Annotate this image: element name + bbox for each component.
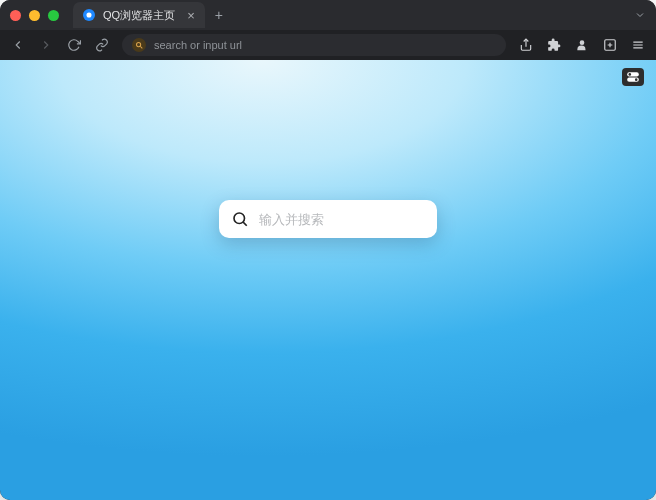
reload-icon[interactable]	[66, 37, 82, 53]
add-panel-icon[interactable]	[602, 37, 618, 53]
puzzle-icon[interactable]	[546, 37, 562, 53]
svg-point-14	[635, 78, 638, 81]
link-icon[interactable]	[94, 37, 110, 53]
titlebar: QQ浏览器主页 × +	[0, 0, 656, 30]
address-bar[interactable]: search or input url	[122, 34, 506, 56]
svg-line-2	[140, 46, 142, 48]
back-icon[interactable]	[10, 37, 26, 53]
toolbar: search or input url	[0, 30, 656, 60]
address-bar-placeholder: search or input url	[154, 39, 242, 51]
close-tab-icon[interactable]: ×	[187, 9, 195, 22]
tab-strip: QQ浏览器主页 × +	[73, 2, 646, 28]
tab-title: QQ浏览器主页	[103, 8, 175, 23]
browser-window: QQ浏览器主页 × + search or input url	[0, 0, 656, 500]
page-content	[0, 60, 656, 500]
browser-tab[interactable]: QQ浏览器主页 ×	[73, 2, 205, 28]
close-window-button[interactable]	[10, 10, 21, 21]
page-settings-button[interactable]	[622, 68, 644, 86]
menu-icon[interactable]	[630, 37, 646, 53]
svg-point-1	[137, 43, 141, 47]
svg-point-0	[86, 12, 91, 17]
maximize-window-button[interactable]	[48, 10, 59, 21]
user-icon[interactable]	[574, 37, 590, 53]
window-controls	[10, 10, 59, 21]
forward-icon[interactable]	[38, 37, 54, 53]
chevron-down-icon[interactable]	[634, 9, 646, 21]
share-icon[interactable]	[518, 37, 534, 53]
toolbar-right	[518, 37, 646, 53]
svg-line-16	[243, 222, 247, 226]
svg-point-12	[629, 73, 632, 76]
new-tab-button[interactable]: +	[215, 7, 223, 23]
svg-point-4	[580, 40, 585, 45]
svg-point-15	[234, 213, 245, 224]
search-input[interactable]	[259, 212, 427, 227]
search-engine-icon	[132, 38, 146, 52]
toggle-icon	[626, 71, 640, 83]
search-icon	[231, 210, 249, 228]
search-box[interactable]	[219, 200, 437, 238]
qq-favicon-icon	[83, 9, 95, 21]
minimize-window-button[interactable]	[29, 10, 40, 21]
